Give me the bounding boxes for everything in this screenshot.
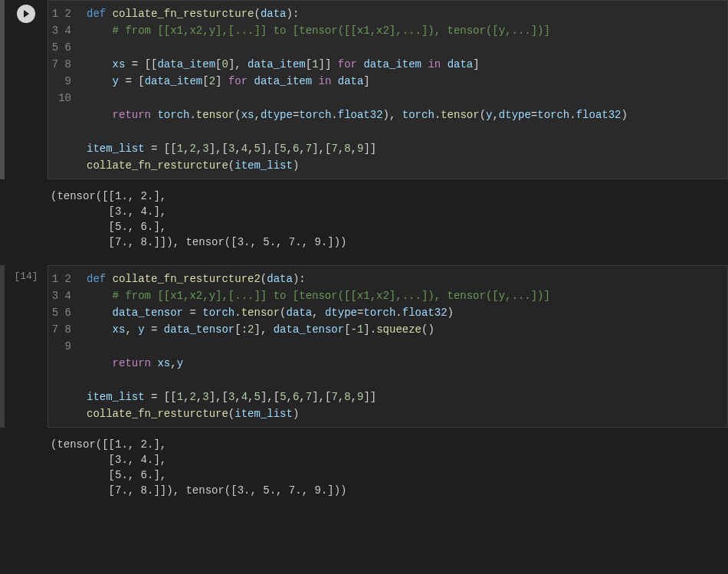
- code-editor[interactable]: 1 2 3 4 5 6 7 8 9 10def collate_fn_restu…: [48, 0, 728, 179]
- play-icon: [21, 9, 31, 18]
- output-gutter: [0, 434, 43, 501]
- cell-output: (tensor([[1., 2.], [3., 4.], [5., 6.], […: [0, 434, 728, 501]
- output-text: (tensor([[1., 2.], [3., 4.], [5., 6.], […: [43, 434, 728, 501]
- code-cell[interactable]: [14]1 2 3 4 5 6 7 8 9def collate_fn_rest…: [0, 265, 728, 428]
- output-text: (tensor([[1., 2.], [3., 4.], [5., 6.], […: [43, 185, 728, 253]
- cell-output: (tensor([[1., 2.], [3., 4.], [5., 6.], […: [0, 185, 728, 253]
- line-numbers: 1 2 3 4 5 6 7 8 9: [48, 266, 79, 427]
- cell-gutter: [14]: [5, 265, 48, 428]
- execution-count: [14]: [14, 271, 38, 282]
- code-cell[interactable]: 1 2 3 4 5 6 7 8 9 10def collate_fn_restu…: [0, 0, 728, 179]
- cell-gutter: [5, 0, 48, 179]
- code-content[interactable]: def collate_fn_resturcture2(data): # fro…: [79, 266, 727, 427]
- code-content[interactable]: def collate_fn_resturcture(data): # from…: [79, 1, 727, 179]
- line-numbers: 1 2 3 4 5 6 7 8 9 10: [48, 1, 79, 179]
- output-gutter: [0, 185, 43, 253]
- run-cell-button[interactable]: [17, 5, 35, 23]
- code-editor[interactable]: 1 2 3 4 5 6 7 8 9def collate_fn_resturct…: [48, 265, 728, 428]
